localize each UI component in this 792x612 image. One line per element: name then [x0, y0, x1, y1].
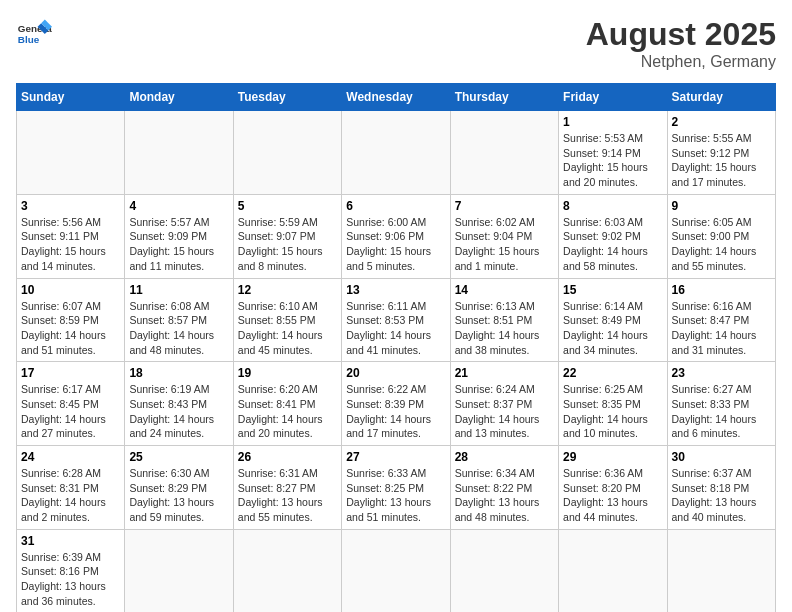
calendar-cell: 19Sunrise: 6:20 AM Sunset: 8:41 PM Dayli… — [233, 362, 341, 446]
day-info: Sunrise: 6:36 AM Sunset: 8:20 PM Dayligh… — [563, 466, 662, 525]
calendar-cell: 2Sunrise: 5:55 AM Sunset: 9:12 PM Daylig… — [667, 111, 775, 195]
day-number: 11 — [129, 283, 228, 297]
day-number: 23 — [672, 366, 771, 380]
weekday-header-wednesday: Wednesday — [342, 84, 450, 111]
calendar-cell: 20Sunrise: 6:22 AM Sunset: 8:39 PM Dayli… — [342, 362, 450, 446]
calendar-cell — [125, 529, 233, 612]
day-number: 5 — [238, 199, 337, 213]
day-info: Sunrise: 6:34 AM Sunset: 8:22 PM Dayligh… — [455, 466, 554, 525]
day-number: 20 — [346, 366, 445, 380]
day-number: 31 — [21, 534, 120, 548]
calendar-cell — [17, 111, 125, 195]
calendar-week-row: 10Sunrise: 6:07 AM Sunset: 8:59 PM Dayli… — [17, 278, 776, 362]
day-info: Sunrise: 5:55 AM Sunset: 9:12 PM Dayligh… — [672, 131, 771, 190]
calendar-cell: 27Sunrise: 6:33 AM Sunset: 8:25 PM Dayli… — [342, 446, 450, 530]
weekday-header-tuesday: Tuesday — [233, 84, 341, 111]
day-info: Sunrise: 5:57 AM Sunset: 9:09 PM Dayligh… — [129, 215, 228, 274]
calendar-cell — [450, 529, 558, 612]
calendar-cell: 9Sunrise: 6:05 AM Sunset: 9:00 PM Daylig… — [667, 194, 775, 278]
day-number: 6 — [346, 199, 445, 213]
day-number: 2 — [672, 115, 771, 129]
day-number: 7 — [455, 199, 554, 213]
day-number: 29 — [563, 450, 662, 464]
title-block: August 2025 Netphen, Germany — [586, 16, 776, 71]
day-info: Sunrise: 6:13 AM Sunset: 8:51 PM Dayligh… — [455, 299, 554, 358]
weekday-header-sunday: Sunday — [17, 84, 125, 111]
calendar-cell: 25Sunrise: 6:30 AM Sunset: 8:29 PM Dayli… — [125, 446, 233, 530]
calendar-cell: 16Sunrise: 6:16 AM Sunset: 8:47 PM Dayli… — [667, 278, 775, 362]
calendar-cell — [342, 111, 450, 195]
day-info: Sunrise: 5:53 AM Sunset: 9:14 PM Dayligh… — [563, 131, 662, 190]
day-number: 21 — [455, 366, 554, 380]
calendar-cell: 1Sunrise: 5:53 AM Sunset: 9:14 PM Daylig… — [559, 111, 667, 195]
calendar-cell: 30Sunrise: 6:37 AM Sunset: 8:18 PM Dayli… — [667, 446, 775, 530]
calendar-cell: 29Sunrise: 6:36 AM Sunset: 8:20 PM Dayli… — [559, 446, 667, 530]
calendar-body: 1Sunrise: 5:53 AM Sunset: 9:14 PM Daylig… — [17, 111, 776, 613]
day-number: 19 — [238, 366, 337, 380]
day-info: Sunrise: 6:25 AM Sunset: 8:35 PM Dayligh… — [563, 382, 662, 441]
day-info: Sunrise: 6:31 AM Sunset: 8:27 PM Dayligh… — [238, 466, 337, 525]
calendar-cell — [233, 529, 341, 612]
day-number: 16 — [672, 283, 771, 297]
day-info: Sunrise: 6:02 AM Sunset: 9:04 PM Dayligh… — [455, 215, 554, 274]
day-info: Sunrise: 6:30 AM Sunset: 8:29 PM Dayligh… — [129, 466, 228, 525]
day-info: Sunrise: 6:22 AM Sunset: 8:39 PM Dayligh… — [346, 382, 445, 441]
calendar-cell: 8Sunrise: 6:03 AM Sunset: 9:02 PM Daylig… — [559, 194, 667, 278]
day-info: Sunrise: 6:24 AM Sunset: 8:37 PM Dayligh… — [455, 382, 554, 441]
day-info: Sunrise: 6:19 AM Sunset: 8:43 PM Dayligh… — [129, 382, 228, 441]
day-number: 1 — [563, 115, 662, 129]
day-number: 17 — [21, 366, 120, 380]
day-number: 15 — [563, 283, 662, 297]
calendar-title: August 2025 — [586, 16, 776, 53]
calendar-cell: 26Sunrise: 6:31 AM Sunset: 8:27 PM Dayli… — [233, 446, 341, 530]
weekday-header-monday: Monday — [125, 84, 233, 111]
calendar-cell: 5Sunrise: 5:59 AM Sunset: 9:07 PM Daylig… — [233, 194, 341, 278]
day-number: 28 — [455, 450, 554, 464]
day-info: Sunrise: 6:00 AM Sunset: 9:06 PM Dayligh… — [346, 215, 445, 274]
day-number: 24 — [21, 450, 120, 464]
calendar-cell — [342, 529, 450, 612]
calendar-cell: 22Sunrise: 6:25 AM Sunset: 8:35 PM Dayli… — [559, 362, 667, 446]
day-info: Sunrise: 6:16 AM Sunset: 8:47 PM Dayligh… — [672, 299, 771, 358]
calendar-week-row: 3Sunrise: 5:56 AM Sunset: 9:11 PM Daylig… — [17, 194, 776, 278]
day-info: Sunrise: 6:39 AM Sunset: 8:16 PM Dayligh… — [21, 550, 120, 609]
calendar-cell: 28Sunrise: 6:34 AM Sunset: 8:22 PM Dayli… — [450, 446, 558, 530]
day-info: Sunrise: 6:37 AM Sunset: 8:18 PM Dayligh… — [672, 466, 771, 525]
day-info: Sunrise: 6:14 AM Sunset: 8:49 PM Dayligh… — [563, 299, 662, 358]
day-number: 27 — [346, 450, 445, 464]
weekday-header-thursday: Thursday — [450, 84, 558, 111]
day-number: 4 — [129, 199, 228, 213]
weekday-header-row: SundayMondayTuesdayWednesdayThursdayFrid… — [17, 84, 776, 111]
day-number: 3 — [21, 199, 120, 213]
day-number: 13 — [346, 283, 445, 297]
calendar-cell: 11Sunrise: 6:08 AM Sunset: 8:57 PM Dayli… — [125, 278, 233, 362]
calendar-cell: 12Sunrise: 6:10 AM Sunset: 8:55 PM Dayli… — [233, 278, 341, 362]
day-info: Sunrise: 6:11 AM Sunset: 8:53 PM Dayligh… — [346, 299, 445, 358]
calendar-week-row: 31Sunrise: 6:39 AM Sunset: 8:16 PM Dayli… — [17, 529, 776, 612]
day-info: Sunrise: 6:33 AM Sunset: 8:25 PM Dayligh… — [346, 466, 445, 525]
calendar-cell — [450, 111, 558, 195]
calendar-cell: 14Sunrise: 6:13 AM Sunset: 8:51 PM Dayli… — [450, 278, 558, 362]
day-number: 12 — [238, 283, 337, 297]
day-info: Sunrise: 6:07 AM Sunset: 8:59 PM Dayligh… — [21, 299, 120, 358]
calendar-cell: 15Sunrise: 6:14 AM Sunset: 8:49 PM Dayli… — [559, 278, 667, 362]
calendar-cell: 3Sunrise: 5:56 AM Sunset: 9:11 PM Daylig… — [17, 194, 125, 278]
calendar-cell — [559, 529, 667, 612]
calendar-cell — [667, 529, 775, 612]
calendar-cell — [233, 111, 341, 195]
calendar-cell: 13Sunrise: 6:11 AM Sunset: 8:53 PM Dayli… — [342, 278, 450, 362]
calendar-table: SundayMondayTuesdayWednesdayThursdayFrid… — [16, 83, 776, 612]
day-info: Sunrise: 6:08 AM Sunset: 8:57 PM Dayligh… — [129, 299, 228, 358]
calendar-cell: 18Sunrise: 6:19 AM Sunset: 8:43 PM Dayli… — [125, 362, 233, 446]
day-number: 26 — [238, 450, 337, 464]
day-number: 25 — [129, 450, 228, 464]
calendar-cell: 6Sunrise: 6:00 AM Sunset: 9:06 PM Daylig… — [342, 194, 450, 278]
day-number: 30 — [672, 450, 771, 464]
day-info: Sunrise: 6:20 AM Sunset: 8:41 PM Dayligh… — [238, 382, 337, 441]
day-number: 14 — [455, 283, 554, 297]
logo-icon: General Blue — [16, 16, 52, 52]
calendar-week-row: 17Sunrise: 6:17 AM Sunset: 8:45 PM Dayli… — [17, 362, 776, 446]
day-number: 18 — [129, 366, 228, 380]
calendar-subtitle: Netphen, Germany — [586, 53, 776, 71]
day-info: Sunrise: 6:05 AM Sunset: 9:00 PM Dayligh… — [672, 215, 771, 274]
